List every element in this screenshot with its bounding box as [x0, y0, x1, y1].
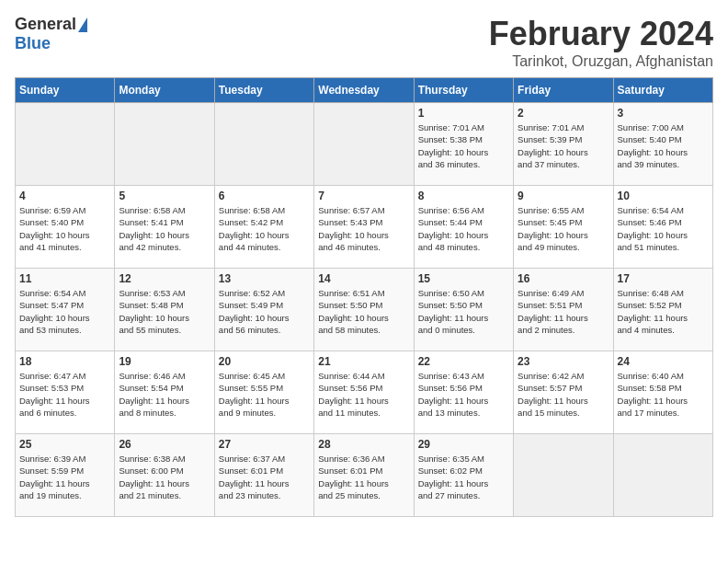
day-info: Sunrise: 7:01 AM Sunset: 5:39 PM Dayligh… [518, 121, 609, 170]
calendar-cell: 11Sunrise: 6:54 AM Sunset: 5:47 PM Dayli… [16, 269, 115, 351]
day-number: 10 [618, 190, 709, 202]
calendar-cell: 15Sunrise: 6:50 AM Sunset: 5:50 PM Dayli… [414, 269, 513, 351]
day-info: Sunrise: 7:00 AM Sunset: 5:40 PM Dayligh… [618, 121, 709, 170]
day-info: Sunrise: 6:54 AM Sunset: 5:47 PM Dayligh… [19, 287, 110, 336]
logo-blue: Blue [15, 34, 51, 53]
day-number: 19 [119, 355, 210, 368]
day-number: 29 [418, 438, 509, 451]
logo-triangle-icon [78, 17, 87, 32]
calendar-cell: 9Sunrise: 6:55 AM Sunset: 5:45 PM Daylig… [514, 186, 613, 269]
day-number: 20 [219, 355, 310, 368]
calendar-cell: 2Sunrise: 7:01 AM Sunset: 5:39 PM Daylig… [514, 103, 613, 186]
day-header-sunday: Sunday [16, 78, 115, 103]
day-number: 28 [318, 438, 409, 451]
day-info: Sunrise: 6:54 AM Sunset: 5:46 PM Dayligh… [618, 204, 709, 253]
calendar-week-4: 25Sunrise: 6:39 AM Sunset: 5:59 PM Dayli… [16, 434, 713, 517]
day-info: Sunrise: 6:58 AM Sunset: 5:42 PM Dayligh… [219, 204, 310, 253]
day-header-friday: Friday [514, 78, 613, 103]
day-number: 1 [418, 107, 509, 120]
day-number: 11 [19, 272, 110, 285]
day-info: Sunrise: 6:35 AM Sunset: 6:02 PM Dayligh… [418, 453, 509, 501]
day-number: 24 [618, 355, 709, 368]
day-number: 4 [19, 190, 110, 202]
calendar-cell: 19Sunrise: 6:46 AM Sunset: 5:54 PM Dayli… [115, 351, 214, 434]
title-area: February 2024 Tarinkot, Oruzgan, Afghani… [489, 15, 713, 70]
calendar-cell: 24Sunrise: 6:40 AM Sunset: 5:58 PM Dayli… [613, 351, 712, 434]
day-number: 5 [119, 190, 210, 202]
day-number: 22 [418, 355, 509, 368]
calendar-cell: 5Sunrise: 6:58 AM Sunset: 5:41 PM Daylig… [115, 186, 214, 269]
day-number: 25 [19, 438, 110, 451]
calendar-week-0: 1Sunrise: 7:01 AM Sunset: 5:38 PM Daylig… [16, 103, 713, 186]
calendar-cell: 20Sunrise: 6:45 AM Sunset: 5:55 PM Dayli… [214, 351, 313, 434]
day-info: Sunrise: 6:56 AM Sunset: 5:44 PM Dayligh… [418, 204, 509, 253]
calendar-cell: 8Sunrise: 6:56 AM Sunset: 5:44 PM Daylig… [414, 186, 513, 269]
calendar-week-3: 18Sunrise: 6:47 AM Sunset: 5:53 PM Dayli… [16, 351, 713, 434]
day-header-tuesday: Tuesday [214, 78, 313, 103]
day-number: 26 [119, 438, 210, 451]
day-number: 18 [19, 355, 110, 368]
calendar-cell: 29Sunrise: 6:35 AM Sunset: 6:02 PM Dayli… [414, 434, 513, 517]
calendar-cell: 17Sunrise: 6:48 AM Sunset: 5:52 PM Dayli… [613, 269, 712, 351]
calendar-cell: 16Sunrise: 6:49 AM Sunset: 5:51 PM Dayli… [514, 269, 613, 351]
day-number: 9 [518, 190, 609, 202]
calendar-cell [314, 103, 414, 186]
day-info: Sunrise: 6:51 AM Sunset: 5:50 PM Dayligh… [318, 287, 409, 336]
calendar-header-row: SundayMondayTuesdayWednesdayThursdayFrid… [16, 78, 713, 103]
calendar-cell: 21Sunrise: 6:44 AM Sunset: 5:56 PM Dayli… [314, 351, 414, 434]
day-info: Sunrise: 6:37 AM Sunset: 6:01 PM Dayligh… [219, 453, 310, 501]
day-number: 2 [518, 107, 609, 120]
day-header-thursday: Thursday [414, 78, 513, 103]
calendar-week-1: 4Sunrise: 6:59 AM Sunset: 5:40 PM Daylig… [16, 186, 713, 269]
day-info: Sunrise: 6:45 AM Sunset: 5:55 PM Dayligh… [219, 370, 310, 419]
calendar-cell: 10Sunrise: 6:54 AM Sunset: 5:46 PM Dayli… [613, 186, 712, 269]
calendar-cell [115, 103, 214, 186]
day-number: 14 [318, 272, 409, 285]
day-info: Sunrise: 6:47 AM Sunset: 5:53 PM Dayligh… [19, 370, 110, 419]
day-number: 17 [618, 272, 709, 285]
day-number: 7 [318, 190, 409, 202]
day-info: Sunrise: 6:44 AM Sunset: 5:56 PM Dayligh… [318, 370, 409, 419]
calendar-cell [16, 103, 115, 186]
day-info: Sunrise: 6:48 AM Sunset: 5:52 PM Dayligh… [618, 287, 709, 336]
calendar-cell: 12Sunrise: 6:53 AM Sunset: 5:48 PM Dayli… [115, 269, 214, 351]
calendar-body: 1Sunrise: 7:01 AM Sunset: 5:38 PM Daylig… [16, 103, 713, 517]
calendar-cell: 26Sunrise: 6:38 AM Sunset: 6:00 PM Dayli… [115, 434, 214, 517]
calendar-cell: 27Sunrise: 6:37 AM Sunset: 6:01 PM Dayli… [214, 434, 313, 517]
day-info: Sunrise: 6:40 AM Sunset: 5:58 PM Dayligh… [618, 370, 709, 419]
header-area: General Blue February 2024 Tarinkot, Oru… [15, 15, 713, 70]
calendar-cell: 1Sunrise: 7:01 AM Sunset: 5:38 PM Daylig… [414, 103, 513, 186]
logo: General Blue [15, 15, 87, 53]
calendar-cell [514, 434, 613, 517]
calendar-cell: 7Sunrise: 6:57 AM Sunset: 5:43 PM Daylig… [314, 186, 414, 269]
day-info: Sunrise: 6:59 AM Sunset: 5:40 PM Dayligh… [19, 204, 110, 253]
day-number: 13 [219, 272, 310, 285]
calendar-cell: 6Sunrise: 6:58 AM Sunset: 5:42 PM Daylig… [214, 186, 313, 269]
month-title: February 2024 [489, 15, 713, 53]
day-info: Sunrise: 6:55 AM Sunset: 5:45 PM Dayligh… [518, 204, 609, 253]
day-info: Sunrise: 6:58 AM Sunset: 5:41 PM Dayligh… [119, 204, 210, 253]
day-header-wednesday: Wednesday [314, 78, 414, 103]
logo-general: General [15, 15, 76, 34]
day-number: 3 [618, 107, 709, 120]
calendar-table: SundayMondayTuesdayWednesdayThursdayFrid… [15, 77, 713, 517]
day-number: 6 [219, 190, 310, 202]
calendar-week-2: 11Sunrise: 6:54 AM Sunset: 5:47 PM Dayli… [16, 269, 713, 351]
day-info: Sunrise: 6:43 AM Sunset: 5:56 PM Dayligh… [418, 370, 509, 419]
day-number: 21 [318, 355, 409, 368]
calendar-cell [613, 434, 712, 517]
day-header-monday: Monday [115, 78, 214, 103]
location-title: Tarinkot, Oruzgan, Afghanistan [489, 53, 713, 70]
day-info: Sunrise: 6:57 AM Sunset: 5:43 PM Dayligh… [318, 204, 409, 253]
day-number: 15 [418, 272, 509, 285]
calendar-cell: 28Sunrise: 6:36 AM Sunset: 6:01 PM Dayli… [314, 434, 414, 517]
calendar-cell: 4Sunrise: 6:59 AM Sunset: 5:40 PM Daylig… [16, 186, 115, 269]
calendar-cell: 18Sunrise: 6:47 AM Sunset: 5:53 PM Dayli… [16, 351, 115, 434]
calendar-cell: 22Sunrise: 6:43 AM Sunset: 5:56 PM Dayli… [414, 351, 513, 434]
day-info: Sunrise: 6:52 AM Sunset: 5:49 PM Dayligh… [219, 287, 310, 336]
day-header-saturday: Saturday [613, 78, 712, 103]
day-info: Sunrise: 6:49 AM Sunset: 5:51 PM Dayligh… [518, 287, 609, 336]
day-info: Sunrise: 6:42 AM Sunset: 5:57 PM Dayligh… [518, 370, 609, 419]
calendar-cell: 13Sunrise: 6:52 AM Sunset: 5:49 PM Dayli… [214, 269, 313, 351]
day-info: Sunrise: 7:01 AM Sunset: 5:38 PM Dayligh… [418, 121, 509, 170]
